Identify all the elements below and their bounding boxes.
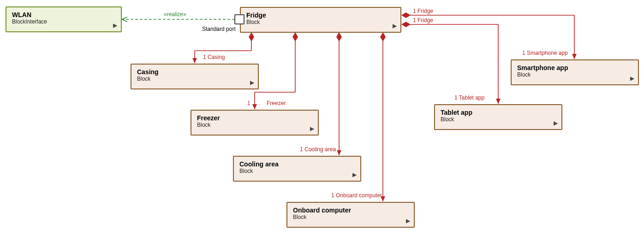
block-tablet[interactable]: Tablet app Block ▶ <box>434 104 562 130</box>
block-title: Casing <box>131 65 258 76</box>
block-cooling[interactable]: Cooling area Block ▶ <box>233 156 361 182</box>
block-subtitle: Block <box>191 122 318 132</box>
edge-fridge-freezer <box>255 32 298 109</box>
edge-fridge-onboard <box>380 32 386 201</box>
block-title: Onboard computer <box>287 203 414 214</box>
label-tablet-end: 1 Tablet app <box>454 94 484 101</box>
block-wlan[interactable]: WLAN BlockInterface ▶ <box>6 6 122 32</box>
expand-icon[interactable]: ▶ <box>352 171 357 178</box>
svg-marker-14 <box>401 22 411 27</box>
port-label: Standard port <box>202 26 236 32</box>
label-realize: «realize» <box>164 11 186 18</box>
expand-icon[interactable]: ▶ <box>630 75 634 82</box>
svg-marker-11 <box>380 32 386 41</box>
label-freezer-mult: 1 <box>247 100 250 106</box>
svg-marker-17 <box>401 12 411 18</box>
block-subtitle: Block <box>435 116 561 126</box>
block-casing[interactable]: Casing Block ▶ <box>131 64 259 89</box>
block-title: Tablet app <box>435 105 561 116</box>
block-freezer[interactable]: Freezer Block ▶ <box>191 110 319 136</box>
label-freezer-role: Freezer <box>267 100 286 106</box>
label-fridge-end-bot: 1 Fridge <box>413 17 433 24</box>
block-fridge[interactable]: Fridge Block ▶ <box>240 7 401 33</box>
block-title: Fridge <box>241 8 400 19</box>
diagram-canvas: WLAN BlockInterface ▶ Fridge Block ▶ Sta… <box>0 0 644 236</box>
label-onboard-end: 1 Onboard computer <box>331 192 382 199</box>
svg-marker-7 <box>292 32 298 41</box>
edge-fridge-cooling <box>336 32 342 155</box>
expand-icon[interactable]: ▶ <box>393 23 397 29</box>
block-smartphone[interactable]: Smartphone app Block ▶ <box>511 59 639 85</box>
block-subtitle: Block <box>131 76 258 86</box>
block-subtitle: Block <box>512 71 638 82</box>
block-title: Smartphone app <box>512 60 638 71</box>
svg-marker-9 <box>336 32 342 41</box>
block-subtitle: Block <box>241 19 400 29</box>
block-subtitle: Block <box>287 214 414 224</box>
block-title: WLAN <box>6 7 121 18</box>
expand-icon[interactable]: ▶ <box>554 120 558 126</box>
label-fridge-end-top: 1 Fridge <box>413 8 433 14</box>
block-onboard[interactable]: Onboard computer Block ▶ <box>286 202 415 228</box>
block-title: Freezer <box>191 111 318 122</box>
expand-icon[interactable]: ▶ <box>406 218 410 224</box>
label-smartphone-end: 1 Smartphone app <box>522 50 568 56</box>
edge-fridge-tablet <box>401 22 498 104</box>
label-cooling-end: 1 Cooling area <box>300 146 336 153</box>
block-title: Cooling area <box>234 157 360 168</box>
svg-marker-3 <box>249 32 254 41</box>
block-subtitle: BlockInterface <box>6 18 121 29</box>
port-standard[interactable] <box>234 14 244 24</box>
label-casing-end: 1 Casing <box>203 54 225 60</box>
expand-icon[interactable]: ▶ <box>250 79 254 86</box>
expand-icon[interactable]: ▶ <box>113 22 117 29</box>
block-subtitle: Block <box>234 168 360 178</box>
expand-icon[interactable]: ▶ <box>310 125 314 132</box>
